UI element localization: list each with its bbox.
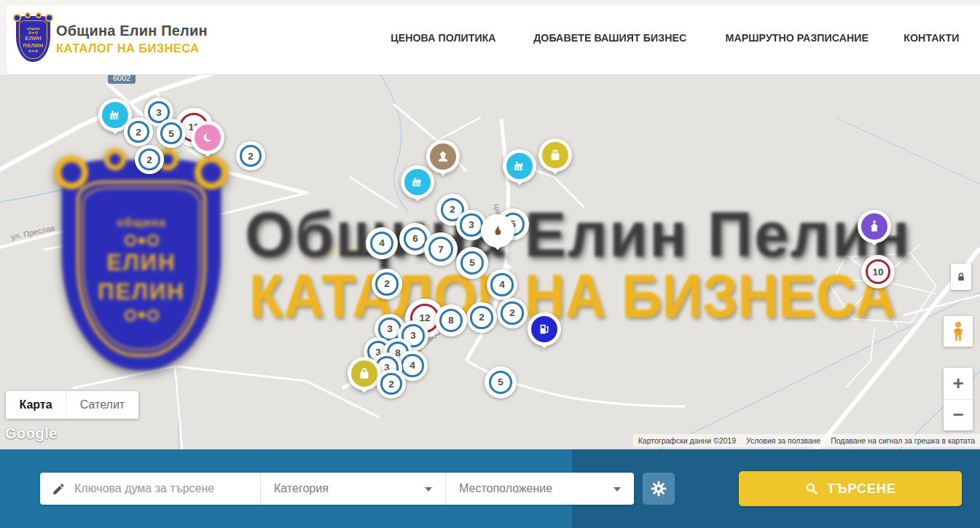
map-cluster-marker[interactable]: 5	[485, 366, 517, 398]
keyword-field[interactable]	[40, 473, 261, 505]
cluster-count: 3	[156, 107, 162, 118]
map-pin-factory[interactable]	[503, 149, 536, 193]
map-cluster-marker[interactable]: 5	[456, 247, 488, 279]
lock-button[interactable]	[951, 264, 971, 290]
crest-town-label: община	[27, 27, 39, 31]
advanced-settings-button[interactable]	[643, 473, 675, 505]
pencil-icon	[52, 482, 66, 496]
cluster-count: 5	[168, 128, 174, 139]
map-pin-factory[interactable]	[401, 165, 434, 209]
nav-item-route-schedule[interactable]: МАРШРУТНО РАЗПИСАНИЕ	[726, 31, 869, 44]
cluster-count: 2	[509, 307, 515, 318]
nav-item-contacts[interactable]: КОНТАКТИ	[903, 31, 959, 44]
road-number-badge: 6002	[108, 75, 136, 84]
map-type-map-button[interactable]: Карта	[6, 391, 66, 419]
location-select-value: Местоположение	[459, 482, 552, 495]
zoom-control: + −	[944, 368, 973, 430]
crest-text: община ЕЛИН ПЕЛИН	[20, 21, 47, 58]
cluster-count: 2	[479, 312, 485, 323]
cluster-count: 2	[384, 278, 390, 289]
map-cluster-marker[interactable]: 2	[124, 117, 153, 146]
chevron-down-icon	[614, 487, 621, 492]
map-pin-bag[interactable]	[348, 357, 381, 401]
map-cluster-marker[interactable]: 4	[366, 227, 398, 259]
map-type-satellite-button[interactable]: Сателит	[66, 391, 138, 419]
google-map[interactable]: 6002 ул. Преслав ции бул. „Новоселци 325…	[0, 75, 980, 449]
cluster-count: 3	[410, 330, 416, 341]
cluster-count: 2	[248, 151, 254, 162]
site-subtitle: КАТАЛОГ НА БИЗНЕСА	[56, 42, 203, 56]
cluster-count: 5	[469, 257, 475, 268]
google-logo[interactable]: Google	[5, 425, 58, 442]
map-cluster-marker[interactable]: 10	[861, 255, 895, 288]
map-type-control: Карта Сателит	[6, 391, 138, 419]
cluster-count: 5	[498, 377, 503, 387]
map-cluster-marker[interactable]: 4	[487, 269, 517, 300]
crest-ornament	[28, 31, 39, 34]
cluster-count: 3	[469, 219, 474, 230]
cluster-count: 2	[450, 204, 455, 215]
map-cluster-marker[interactable]: 2	[236, 141, 265, 170]
keyword-input[interactable]	[74, 482, 249, 495]
map-cluster-marker[interactable]: 5	[157, 119, 186, 148]
map-attribution: Картографски данни ©2019 Условия за полз…	[633, 434, 980, 447]
cluster-count: 4	[409, 360, 415, 371]
map-pin-crescent[interactable]	[191, 121, 224, 165]
category-select[interactable]: Категория	[261, 473, 446, 505]
map-copyright: Картографски данни ©2019	[633, 436, 741, 445]
gear-icon	[650, 480, 667, 497]
header: община ЕЛИН ПЕЛИН Община Елин Пелин КАТА…	[0, 0, 980, 75]
cluster-count: 2	[388, 379, 394, 390]
brand-text: Община Елин Пелин КАТАЛОГ НА БИЗНЕСА	[56, 23, 208, 56]
brand[interactable]: община ЕЛИН ПЕЛИН Община Елин Пелин КАТА…	[16, 16, 208, 62]
crest-line1: ЕЛИН	[25, 35, 41, 42]
cluster-count: 3	[387, 323, 393, 334]
site-title: Община Елин Пелин	[56, 23, 208, 39]
cluster-count: 2	[146, 154, 152, 165]
crest-knot	[25, 12, 31, 18]
map-pin-fuel[interactable]	[528, 312, 561, 356]
cluster-count: 10	[872, 267, 883, 277]
nav-item-add-business[interactable]: ДОБАВЕТЕ ВАШИЯТ БИЗНЕС	[533, 31, 686, 44]
lock-icon	[954, 269, 968, 284]
cluster-count: 7	[438, 244, 444, 255]
page: община ЕЛИН ПЕЛИН Община Елин Пелин КАТА…	[0, 0, 980, 528]
crest-knot	[36, 12, 42, 18]
map-cluster-marker[interactable]: 7	[424, 232, 458, 266]
search-bar: Категория Местоположение	[0, 449, 980, 528]
page-edge-left	[0, 0, 7, 75]
cluster-count: 2	[136, 127, 141, 138]
map-cluster-marker[interactable]: 2	[377, 369, 406, 398]
map-pin-church[interactable]	[858, 210, 891, 253]
street-view-pegman-button[interactable]	[944, 316, 973, 347]
nav-item-pricing[interactable]: ЦЕНОВА ПОЛИТИКА	[391, 31, 495, 44]
map-cluster-marker[interactable]: 2	[497, 298, 528, 328]
zoom-in-button[interactable]: +	[944, 368, 973, 400]
report-error-link[interactable]: Подаване на сигнал за грешка в картата	[826, 436, 980, 445]
map-cluster-marker[interactable]: 2	[466, 302, 497, 333]
search-icon	[804, 481, 819, 496]
terms-link[interactable]: Условия за ползване	[741, 436, 826, 445]
main-nav: ЦЕНОВА ПОЛИТИКА ДОБАВЕТЕ ВАШИЯТ БИЗНЕС М…	[386, 0, 962, 75]
search-button[interactable]: ТЪРСЕНЕ	[739, 471, 962, 506]
map-pin-flame[interactable]	[481, 214, 514, 258]
pegman-icon	[950, 320, 966, 342]
cluster-count: 4	[379, 237, 385, 248]
map-cluster-marker[interactable]: 2	[135, 145, 164, 174]
chevron-down-icon	[425, 487, 432, 492]
cluster-count: 6	[412, 233, 418, 244]
cluster-count: 8	[448, 315, 454, 326]
crest-ornament	[28, 50, 39, 52]
map-cluster-marker[interactable]: 8	[435, 304, 467, 336]
crest-line2: ПЕЛИН	[23, 42, 44, 49]
search-button-label: ТЪРСЕНЕ	[827, 481, 896, 497]
map-pin-bag[interactable]	[538, 138, 572, 182]
map-cluster-marker[interactable]: 2	[372, 269, 402, 299]
municipality-crest-logo: община ЕЛИН ПЕЛИН	[16, 16, 50, 62]
cluster-count: 4	[499, 279, 505, 290]
zoom-out-button[interactable]: −	[944, 400, 973, 431]
search-fields: Категория Местоположение	[40, 473, 634, 505]
location-select[interactable]: Местоположение	[446, 473, 634, 505]
category-select-value: Категория	[274, 482, 329, 495]
